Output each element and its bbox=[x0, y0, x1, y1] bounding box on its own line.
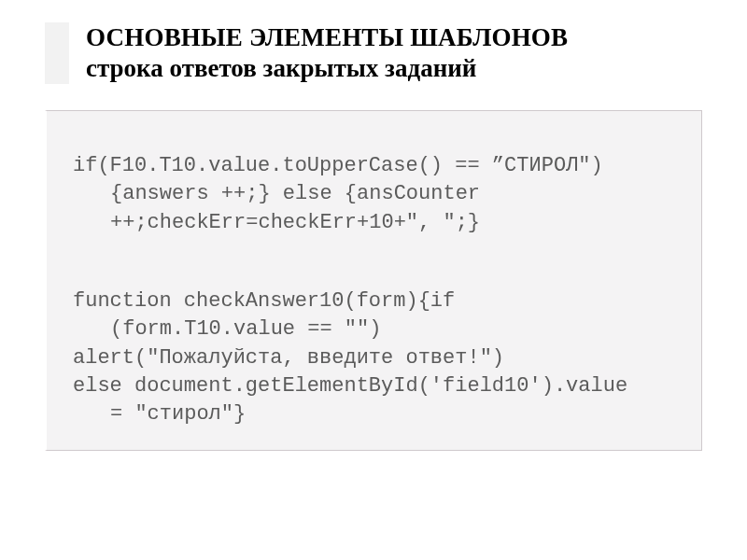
slide: ОСНОВНЫЕ ЭЛЕМЕНТЫ ШАБЛОНОВ строка ответо… bbox=[0, 0, 747, 560]
code-line: {answers ++;} else {ansCounter bbox=[73, 180, 681, 208]
code-block-1: if(F10.T10.value.toUpperCase() == ”СТИРО… bbox=[73, 152, 681, 237]
code-line: alert("Пожалуйста, введите ответ!") bbox=[73, 344, 681, 372]
code-line: ++;checkErr=checkErr+10+", ";} bbox=[73, 209, 681, 237]
code-panel: if(F10.T10.value.toUpperCase() == ”СТИРО… bbox=[45, 110, 702, 451]
code-line: function checkAnswer10(form){if bbox=[73, 287, 681, 315]
code-line: else document.getElementById('field10').… bbox=[73, 372, 681, 400]
code-line: (form.T10.value == "") bbox=[73, 315, 681, 343]
code-block-2: function checkAnswer10(form){if (form.T1… bbox=[73, 287, 681, 429]
title-line-1: ОСНОВНЫЕ ЭЛЕМЕНТЫ ШАБЛОНОВ bbox=[86, 22, 702, 53]
code-line: = "стирол"} bbox=[73, 400, 681, 428]
slide-title-block: ОСНОВНЫЕ ЭЛЕМЕНТЫ ШАБЛОНОВ строка ответо… bbox=[45, 22, 702, 84]
title-line-2: строка ответов закрытых заданий bbox=[86, 53, 702, 84]
code-line: if(F10.T10.value.toUpperCase() == ”СТИРО… bbox=[73, 152, 681, 180]
